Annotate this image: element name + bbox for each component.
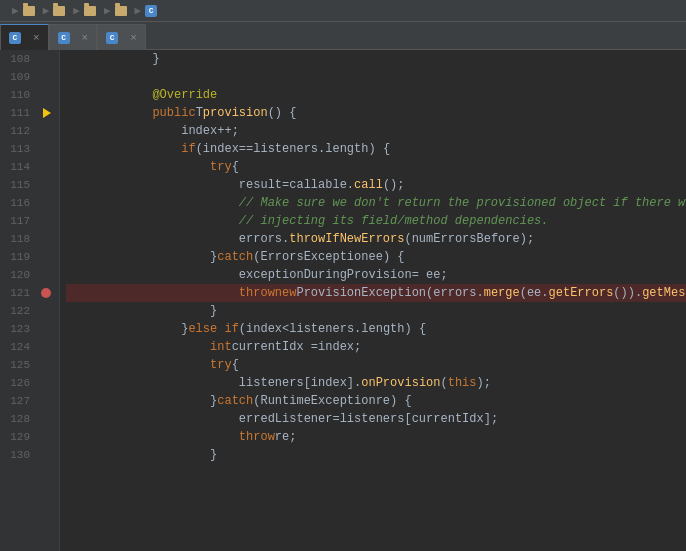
line-number: 126	[0, 377, 38, 389]
tab-close-btn[interactable]: ×	[33, 32, 40, 44]
tab-constructor-injector[interactable]: C ×	[49, 24, 98, 50]
debugger-arrow-icon	[43, 108, 51, 118]
gutter-row: 126	[0, 374, 59, 392]
code-line: result = callable.call();	[66, 176, 686, 194]
code-line: } else if (index < listeners.length) {	[66, 320, 686, 338]
line-number: 121	[0, 287, 38, 299]
gutter-row: 120	[0, 266, 59, 284]
gutter-row: 108	[0, 50, 59, 68]
line-number: 111	[0, 107, 38, 119]
gutter-row: 116	[0, 194, 59, 212]
gutter-row: 124	[0, 338, 59, 356]
code-line: // Make sure we don't return the provisi…	[66, 194, 686, 212]
gutter-row: 117	[0, 212, 59, 230]
line-number: 113	[0, 143, 38, 155]
tab-close-btn[interactable]: ×	[130, 32, 137, 44]
code-area: 1081091101111121131141151161171181191201…	[0, 50, 686, 551]
code-line: public T provision() {	[66, 104, 686, 122]
line-number: 108	[0, 53, 38, 65]
breadcrumb-inject[interactable]	[84, 6, 100, 16]
line-number: 127	[0, 395, 38, 407]
code-line: }	[66, 302, 686, 320]
gutter-row: 119	[0, 248, 59, 266]
code-line: erredListener = listeners[currentIdx];	[66, 410, 686, 428]
code-line: listeners[index].onProvision(this);	[66, 374, 686, 392]
line-number: 128	[0, 413, 38, 425]
folder-icon	[53, 6, 65, 16]
gutter-row: 123	[0, 320, 59, 338]
code-line: int currentIdx = index;	[66, 338, 686, 356]
code-line: }	[66, 446, 686, 464]
gutter-row: 109	[0, 68, 59, 86]
breakpoint-icon[interactable]	[41, 288, 51, 298]
line-number: 124	[0, 341, 38, 353]
gutter: 1081091101111121131141151161171181191201…	[0, 50, 60, 551]
breadcrumb-google[interactable]	[53, 6, 69, 16]
code-line: exceptionDuringProvision = ee;	[66, 266, 686, 284]
code-line	[66, 68, 686, 86]
gutter-row: 125	[0, 356, 59, 374]
line-number: 114	[0, 161, 38, 173]
code-line: try {	[66, 356, 686, 374]
line-number: 116	[0, 197, 38, 209]
folder-icon	[84, 6, 96, 16]
line-number: 120	[0, 269, 38, 281]
line-number: 125	[0, 359, 38, 371]
code-line: if (index == listeners.length) {	[66, 140, 686, 158]
editor: 1081091101111121131141151161171181191201…	[0, 50, 686, 551]
code-line: } catch(ErrorsException ee) {	[66, 248, 686, 266]
code-lines[interactable]: } @Override public T provision() { index…	[60, 50, 686, 551]
line-number: 119	[0, 251, 38, 263]
code-line: throw re;	[66, 428, 686, 446]
breadcrumb-bar: ▶ ▶ ▶ ▶ ▶ C	[0, 0, 686, 22]
line-number: 118	[0, 233, 38, 245]
gutter-row: 111	[0, 104, 59, 122]
gutter-row: 118	[0, 230, 59, 248]
tab-close-btn[interactable]: ×	[82, 32, 89, 44]
line-number: 123	[0, 323, 38, 335]
code-line: // injecting its field/method dependenci…	[66, 212, 686, 230]
line-number: 117	[0, 215, 38, 227]
breadcrumb-internal[interactable]	[115, 6, 131, 16]
line-number: 109	[0, 71, 38, 83]
tab-class-icon: C	[9, 32, 21, 44]
gutter-row: 113	[0, 140, 59, 158]
class-icon: C	[145, 5, 157, 17]
code-line: errors.throwIfNewErrors(numErrorsBefore)…	[66, 230, 686, 248]
breadcrumb-class[interactable]: C	[145, 5, 160, 17]
line-number: 115	[0, 179, 38, 191]
folder-icon	[115, 6, 127, 16]
gutter-row: 128	[0, 410, 59, 428]
tab-default-version[interactable]: C ×	[97, 24, 146, 50]
code-line: }	[66, 50, 686, 68]
line-number: 130	[0, 449, 38, 461]
gutter-row: 122	[0, 302, 59, 320]
code-line: throw new ProvisionException(errors.merg…	[66, 284, 686, 302]
line-number: 112	[0, 125, 38, 137]
tab-provision-listener[interactable]: C ×	[0, 24, 49, 50]
code-line: try {	[66, 158, 686, 176]
gutter-row: 110	[0, 86, 59, 104]
code-line: } catch(RuntimeException re) {	[66, 392, 686, 410]
tab-class-icon: C	[106, 32, 118, 44]
line-number: 110	[0, 89, 38, 101]
code-line: index++;	[66, 122, 686, 140]
gutter-row: 112	[0, 122, 59, 140]
tab-class-icon: C	[58, 32, 70, 44]
gutter-row: 114	[0, 158, 59, 176]
tab-bar: C × C × C ×	[0, 22, 686, 50]
line-number: 129	[0, 431, 38, 443]
line-number: 122	[0, 305, 38, 317]
folder-icon	[23, 6, 35, 16]
gutter-row: 115	[0, 176, 59, 194]
gutter-row: 127	[0, 392, 59, 410]
gutter-row: 121	[0, 284, 59, 302]
gutter-row: 130	[0, 446, 59, 464]
code-line: @Override	[66, 86, 686, 104]
breadcrumb-com[interactable]	[23, 6, 39, 16]
gutter-row: 129	[0, 428, 59, 446]
